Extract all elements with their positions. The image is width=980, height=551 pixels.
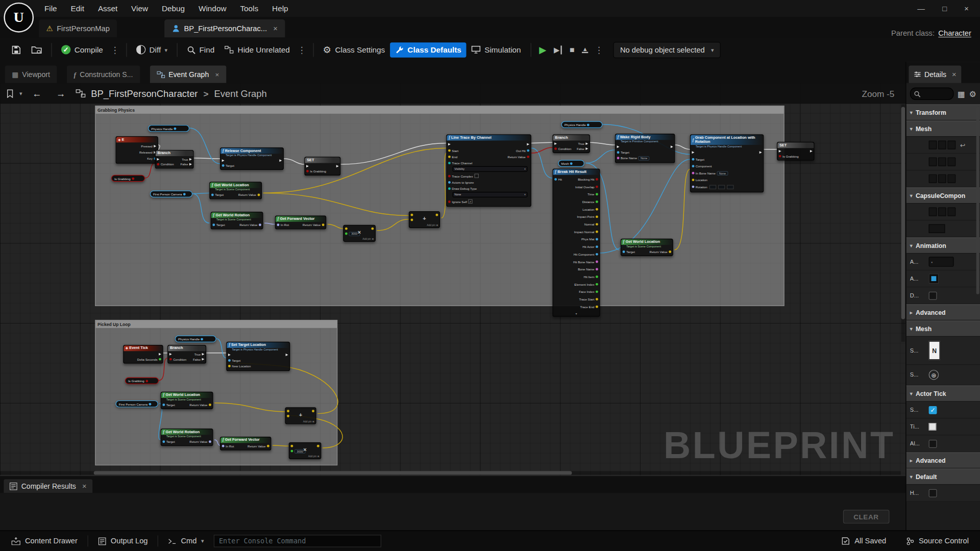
pin-return-value[interactable]: Return Value: [238, 193, 260, 196]
data-pin-icon[interactable]: [570, 162, 573, 165]
diff-button[interactable]: Diff ▾: [131, 42, 173, 58]
node-physics-handle-1[interactable]: Physics Handle: [148, 125, 189, 132]
forward-arrow-icon[interactable]: →: [52, 88, 70, 99]
pin-exec[interactable]: [336, 165, 339, 167]
pin-exec[interactable]: [410, 219, 413, 221]
tab-firstpersonmap[interactable]: ⚠ FirstPersonMap: [39, 19, 117, 38]
pin-exec[interactable]: [410, 214, 413, 216]
property-row[interactable]: [906, 220, 980, 237]
section-mesh[interactable]: ▾Mesh: [906, 320, 980, 337]
value-field[interactable]: [938, 208, 946, 216]
pin-checkbox[interactable]: ✓: [468, 199, 473, 204]
pin-distance[interactable]: Distance: [582, 200, 598, 204]
pin-hit[interactable]: Hit: [554, 178, 562, 181]
value-field[interactable]: [938, 174, 946, 183]
stop-button[interactable]: ■: [566, 45, 578, 54]
pin-exec[interactable]: [287, 415, 289, 417]
node-grab-component[interactable]: fGrab Component at Location with Rotatio…: [690, 134, 764, 192]
hide-unrelated-options-icon[interactable]: ⋮: [295, 45, 309, 55]
pin-target[interactable]: Target: [162, 440, 175, 443]
node-get-world-location-2[interactable]: fGet World LocationTarget is Scene Compo…: [621, 239, 673, 256]
pin-location[interactable]: Location: [582, 207, 598, 211]
source-control-button[interactable]: Source Control: [901, 534, 974, 548]
value-field[interactable]: [929, 158, 937, 166]
reset-to-default-icon[interactable]: ↩: [960, 141, 965, 148]
pin-exec[interactable]: [810, 150, 813, 153]
unreal-logo-icon[interactable]: U: [4, 3, 34, 33]
parent-class-value[interactable]: Character: [938, 29, 971, 37]
section-animation[interactable]: ▾Animation: [906, 237, 980, 254]
compile-options-icon[interactable]: ⋮: [108, 45, 122, 55]
data-pin-icon[interactable]: [149, 403, 152, 405]
pin-blocking-hit[interactable]: Blocking Hit: [578, 178, 598, 181]
pin-return-value[interactable]: Return Value: [239, 223, 261, 227]
property-row[interactable]: ↩: [906, 137, 980, 154]
section-default[interactable]: ▾Default: [906, 468, 980, 485]
tab-construction-script[interactable]: f Construction S...: [67, 66, 140, 83]
pin-dropdown[interactable]: None▾: [453, 192, 528, 197]
node-add-1[interactable]: +Add pin ⊕: [409, 211, 440, 228]
node-first-person-camera-2[interactable]: First Person Camera: [116, 400, 158, 407]
node-add-2[interactable]: +Add pin ⊕: [285, 407, 316, 424]
pin-condition[interactable]: Condition: [169, 357, 186, 361]
pin-new-location[interactable]: New Location: [228, 364, 251, 368]
section-capsulecompon[interactable]: ▾CapsuleCompon: [906, 187, 980, 204]
checkbox[interactable]: [929, 291, 937, 299]
breadcrumb-current[interactable]: Event Graph: [214, 88, 267, 99]
clear-button[interactable]: CLEAR: [843, 510, 889, 523]
pin-target[interactable]: Target: [222, 164, 234, 167]
data-pin-icon[interactable]: [201, 338, 204, 340]
pin-element-index[interactable]: Element Index: [574, 282, 598, 286]
simulation-button[interactable]: Simulation: [467, 42, 526, 57]
eject-button[interactable]: ▲: [578, 46, 592, 53]
play-button[interactable]: ▶: [535, 44, 550, 55]
data-pin-icon[interactable]: [183, 193, 186, 195]
pin-target[interactable]: Target: [162, 403, 175, 407]
close-tab-icon[interactable]: ×: [82, 482, 87, 490]
pin-trace-complex[interactable]: Trace Complex: [448, 174, 479, 179]
pin-impact-point[interactable]: Impact Point: [577, 215, 598, 218]
pin-target[interactable]: Target: [692, 158, 704, 161]
node-line-trace-by-channel[interactable]: fLine Trace By ChannelStartOut HitEndRet…: [446, 134, 531, 207]
node-physics-handle-3[interactable]: Physics Handle: [175, 336, 216, 342]
pin-exec[interactable]: [345, 228, 348, 230]
pin-is-grabbing[interactable]: Is Grabbing: [306, 169, 326, 173]
pin-face-index[interactable]: Face Index: [579, 290, 598, 293]
scrollbar-thumb[interactable]: [901, 107, 905, 319]
pin-exec[interactable]: [159, 353, 161, 356]
section-transform[interactable]: ▾Transform: [906, 104, 980, 120]
node-release-component[interactable]: fRelease ComponentTarget is Physics Hand…: [220, 147, 284, 170]
tab-viewport[interactable]: ▦ Viewport: [5, 66, 57, 83]
cmd-dropdown[interactable]: Cmd ▾: [163, 534, 209, 548]
property-row[interactable]: S...✓: [906, 402, 980, 418]
menu-edit[interactable]: Edit: [64, 2, 91, 15]
pin-return-value[interactable]: Return Value: [507, 155, 529, 159]
pin-normal[interactable]: Normal: [584, 222, 598, 226]
pin-target[interactable]: Target: [617, 151, 629, 155]
all-saved-button[interactable]: All Saved: [837, 534, 891, 548]
pin-return-value[interactable]: Return Value: [189, 403, 211, 407]
node-footer[interactable]: Add pin ⊕: [344, 237, 375, 241]
close-tab-icon[interactable]: ×: [273, 24, 278, 33]
node-footer[interactable]: ▾: [553, 312, 600, 316]
pin-time[interactable]: Time: [587, 192, 598, 196]
pin-end[interactable]: End: [448, 155, 457, 159]
value-field[interactable]: [929, 208, 937, 216]
node-set-is-grabbing-1[interactable]: SETIs Grabbing: [304, 157, 340, 176]
pin-hit-actor[interactable]: Hit Actor: [582, 245, 598, 248]
chevron-down-icon[interactable]: ▾: [19, 90, 22, 96]
property-row[interactable]: A...▾: [906, 254, 980, 270]
menu-window[interactable]: Window: [192, 2, 233, 15]
pin-exec[interactable]: [222, 159, 225, 162]
pin-is-grabbing[interactable]: Is Grabbing: [779, 154, 799, 158]
pin-exec[interactable]: [527, 143, 529, 145]
pin-out-hit[interactable]: Out Hit: [516, 148, 529, 152]
checkbox[interactable]: [929, 489, 937, 497]
menu-tools[interactable]: Tools: [233, 2, 265, 15]
pin-value-field[interactable]: None: [639, 156, 650, 161]
details-settings-gear-icon[interactable]: ⚙: [969, 89, 976, 98]
pin-return-value[interactable]: Return Value: [248, 444, 270, 447]
node-get-world-rotation-2[interactable]: fGet World RotationTarget is Scene Compo…: [161, 429, 213, 446]
pin-hit-item[interactable]: Hit Item: [583, 275, 598, 279]
scrollbar-thumb[interactable]: [94, 471, 572, 474]
